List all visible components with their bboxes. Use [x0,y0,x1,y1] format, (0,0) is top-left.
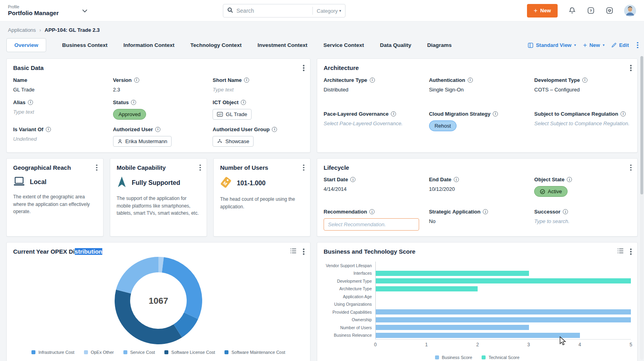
tab-data-quality[interactable]: Data Quality [380,39,411,52]
recommendation-input[interactable]: Select Recommendation. [324,218,419,231]
info-icon[interactable]: i [391,111,396,116]
info-icon[interactable]: i [369,209,375,214]
card-menu-kebab-icon[interactable] [302,64,304,72]
field-version: Version i2.3 [113,77,204,93]
info-icon[interactable]: i [28,100,33,105]
info-icon[interactable]: i [454,177,459,182]
support-heart-icon[interactable] [605,6,614,15]
user-avatar[interactable] [624,5,636,17]
global-search[interactable]: Category ▾ [223,4,345,17]
card-menu-kebab-icon[interactable] [302,248,304,255]
info-icon[interactable]: i [241,100,246,105]
info-icon[interactable]: i [244,78,249,83]
legend-item-infrastructure-cost[interactable]: Infrastructure Cost [31,350,74,355]
view-new-button[interactable]: + New ▾ [583,41,605,49]
card-menu-kebab-icon[interactable] [629,64,631,72]
reference-chip[interactable]: Erika Mustermann [113,136,172,147]
info-icon[interactable]: i [567,177,572,182]
info-icon[interactable]: i [134,78,139,83]
card-menu-kebab-icon[interactable] [629,248,631,255]
breadcrumb-applications[interactable]: Applications [8,27,36,33]
bar-architecture-type[interactable] [376,286,478,291]
bar-number-of-users[interactable] [376,325,529,330]
tab-investment-context[interactable]: Investment Context [258,39,307,52]
field-select-placeholder[interactable]: Type to search. [534,218,631,224]
info-icon[interactable]: i [468,78,473,83]
architecture-card: Architecture Architecture Type iDistribu… [317,58,638,153]
vertical-scrollbar[interactable] [640,56,644,360]
notifications-bell-icon[interactable] [568,6,576,15]
bar-label: Ownership [324,317,375,322]
info-icon[interactable]: i [46,127,51,132]
field-placeholder[interactable]: Undefined [13,136,104,142]
info-icon[interactable]: i [370,78,375,83]
field-label: Name [13,77,104,83]
help-icon[interactable]: ? [587,6,595,15]
info-icon[interactable]: i [493,111,498,116]
opex-donut-chart[interactable]: 1067 [114,256,203,345]
card-menu-kebab-icon[interactable] [95,164,97,171]
list-view-icon[interactable] [617,248,624,255]
columns-layout-icon [528,43,533,48]
chevron-down-icon[interactable] [82,7,88,14]
field-placeholder[interactable]: Type text [213,87,304,93]
tabbar-menu-kebab-icon[interactable] [636,42,638,49]
field-placeholder[interactable]: Type text [13,109,104,115]
legend-swatch [435,355,439,359]
reference-chip[interactable]: ICTGL Trade [213,109,252,120]
info-icon[interactable]: i [350,177,355,182]
card-menu-kebab-icon[interactable] [302,164,304,171]
caret-down-icon[interactable]: ▾ [339,9,341,13]
bar-interfaces[interactable] [376,271,529,276]
donut-total-label: 1067 [149,296,168,306]
bar-development-type[interactable] [376,278,631,283]
bar-provided-capabilities[interactable] [376,309,631,314]
field-short-name: Short Name iType text [213,77,304,93]
legend-item-opex-other[interactable]: OpEx Other [84,350,114,355]
tab-business-context[interactable]: Business Context [62,39,107,52]
legend-item-business-score[interactable]: Business Score [435,355,472,360]
tab-service-context[interactable]: Service Context [323,39,364,52]
legend-item-technical-score[interactable]: Technical Score [482,355,519,360]
tab-information-context[interactable]: Information Context [123,39,174,52]
donut-segment-infrastructure-cost[interactable] [162,257,202,319]
legend-item-software-maintenance-cost[interactable]: Software Maintenance Cost [224,350,285,355]
standard-view-button[interactable]: Standard View ▾ [528,42,576,48]
scrollbar-thumb[interactable] [640,56,643,194]
field-label: Is Variant Of i [13,126,104,132]
new-button[interactable]: + New [527,4,558,17]
list-view-icon[interactable] [290,248,297,255]
strategy-badge[interactable]: Rehost [429,120,457,131]
legend-item-software-license-cost[interactable]: Software License Cost [164,350,215,355]
info-icon[interactable]: i [155,127,160,132]
card-menu-kebab-icon[interactable] [199,164,200,171]
card-menu-kebab-icon[interactable] [629,164,631,171]
metric-value: Fully Supported [132,179,180,186]
field-successor: Successor iType to search. [534,209,631,231]
field-strategic-application: Strategic Application iNo [429,209,526,231]
info-icon[interactable]: i [582,78,587,83]
tab-overview[interactable]: Overview [6,38,46,52]
status-badge[interactable]: Active [534,186,567,197]
info-icon[interactable]: i [272,127,277,132]
reference-chip[interactable]: Showcase [213,136,254,147]
edit-button[interactable]: Edit [611,42,629,48]
tab-technology-context[interactable]: Technology Context [190,39,242,52]
caret-down-icon[interactable]: ▾ [574,43,576,47]
legend-item-service-cost[interactable]: Service Cost [123,350,155,355]
bar-ownership[interactable] [376,317,631,322]
info-icon[interactable]: i [621,111,626,116]
field-select-placeholder[interactable]: Select Pace-Layered Governance. [324,120,420,126]
search-input[interactable] [236,8,308,14]
tab-diagrams[interactable]: Diagrams [427,39,452,52]
info-icon[interactable]: i [483,209,488,214]
info-icon[interactable]: i [131,100,136,105]
profile-switcher[interactable]: Profile Portfolio Manager [8,5,88,16]
donut-segment-service-cost[interactable] [116,257,158,293]
caret-down-icon[interactable]: ▾ [603,43,604,47]
category-select[interactable]: Category [317,8,340,14]
info-icon[interactable]: i [563,209,568,214]
status-badge[interactable]: Approved [113,109,146,120]
field-select-placeholder[interactable]: Select Subject to Compliance Regulation. [534,120,631,126]
bar-business-relevance[interactable] [376,333,580,338]
